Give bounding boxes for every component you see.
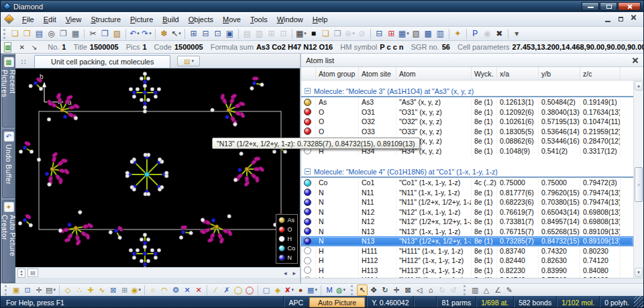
layout-a-button[interactable]: ⊞ [266, 28, 277, 40]
paste-button[interactable]: ▨ [111, 28, 123, 40]
atom-row[interactable]: NN12"N12" (1/2+x, 1/2+y, 1-z)8e (1)0.733… [301, 217, 633, 227]
new-picture-button[interactable]: ❏ [320, 28, 331, 40]
menu-build[interactable]: Build [158, 13, 183, 25]
menu-structure[interactable]: Structure [86, 13, 125, 25]
column-header-x-a[interactable]: x/a [497, 67, 539, 80]
ellipsoid-red-button[interactable]: ◯ [244, 285, 255, 296]
coordination-button[interactable]: ❂ [170, 285, 181, 296]
new-document-button[interactable]: ❏ [9, 28, 21, 40]
close-structure-icon[interactable]: ✕ [15, 44, 28, 51]
picture-copy-button[interactable]: ▥ [254, 28, 265, 40]
measure-distance-button[interactable]: ▥ [470, 285, 480, 296]
propagate-button[interactable]: ⊕▾ [344, 28, 356, 40]
fill-cell-button[interactable]: ◈ [272, 285, 283, 296]
break-bond-button[interactable]: ✗ [221, 285, 232, 296]
print-preview-button[interactable]: ❐ [58, 28, 69, 40]
scroll-down-icon[interactable]: ▼ [635, 268, 643, 277]
globe-view-button[interactable]: ◍▾ [335, 285, 346, 296]
wizard-button[interactable]: ✦ [452, 28, 464, 40]
scrollbar-thumb[interactable]: ≡ [635, 167, 643, 202]
data-grid-button[interactable]: ▥ [435, 28, 446, 40]
menu-edit[interactable]: Edit [39, 13, 61, 25]
menu-move[interactable]: Move [218, 13, 246, 25]
menu-tools[interactable]: Tools [246, 13, 272, 25]
mdi-restore-button[interactable] [615, 15, 627, 24]
mdi-minimize-button[interactable] [602, 15, 614, 24]
molecule-group-header[interactable]: Molecule: "Molecule 4" (Co1H18N6) at "Co… [301, 166, 633, 178]
mdi-close-button[interactable] [628, 15, 639, 24]
scroll-up-icon[interactable]: ▲ [635, 81, 643, 91]
hexagon-ring-button[interactable]: ○ [148, 285, 158, 296]
window-cascade-button[interactable]: ⊞ [188, 28, 199, 40]
measure-angle-button[interactable]: ∠ [492, 285, 503, 296]
pointer-mode-button[interactable]: ↖ [357, 285, 368, 296]
collapse-icon[interactable] [305, 88, 311, 94]
window-new-button[interactable]: ▣ [224, 28, 235, 40]
diagram-distances-button[interactable]: ▧ [411, 28, 422, 40]
atom-row[interactable]: NN12"N12" (1-x, 1-y, 1-z)8e (1)0.76619(7… [301, 207, 633, 217]
spin-auto-button[interactable]: ↺ [448, 285, 459, 296]
cut-button[interactable]: ✂ [87, 28, 99, 40]
window-tile-button[interactable]: ⊟ [200, 28, 211, 40]
picture-gallery-button[interactable]: ❒ [332, 28, 343, 40]
zoom-window-button[interactable]: ⊠ [402, 285, 413, 296]
menu-objects[interactable]: Objects [184, 13, 218, 25]
unit-cell-box-button[interactable]: ▢ [261, 285, 272, 296]
column-header-z-c[interactable]: z/c [580, 67, 621, 80]
resize-grip[interactable] [634, 296, 643, 308]
picture-tab[interactable]: Unit cell packing, cut molecules [34, 55, 170, 68]
atom-row[interactable]: CoCo1"Co1" (1-x, 1-y, 1-z)4c (..2)0.7500… [301, 178, 633, 188]
atom-row[interactable]: NN13"N13" (1-x, 1-y, 1-z)8e (1)0.76715(7… [301, 227, 633, 237]
measure-mode-button[interactable]: M [324, 285, 335, 296]
column-header-atom[interactable]: Atom [396, 67, 472, 80]
frame-spinner[interactable]: ▲▼ [17, 268, 25, 278]
atom-row[interactable]: AsAs3"As3" (x, y, z)8e (1)0.12613(1)0.50… [301, 97, 633, 107]
atom-list-close-icon[interactable] [632, 57, 639, 64]
atom-row[interactable]: OO33"O33" (x, y, z)8e (1)0.18305(5)0.536… [301, 127, 633, 137]
layout-b-button[interactable]: ⊡ [278, 28, 289, 40]
close-button[interactable] [618, 2, 641, 11]
remove-atoms-red-button[interactable]: ✕ [193, 285, 204, 296]
pan-button[interactable]: ✽ [158, 28, 170, 40]
keyboard-icon[interactable]: ▤ [28, 268, 38, 277]
data-table-button[interactable]: ▦▾ [398, 28, 410, 40]
column-header-wyck-[interactable]: Wyck. [472, 67, 497, 80]
column-header-y-b[interactable]: y/b [539, 67, 580, 80]
collapse-icon[interactable] [305, 168, 311, 174]
menu-window[interactable]: Window [272, 13, 308, 25]
table-mode-button[interactable]: ▦▾ [295, 28, 307, 40]
build-group-button[interactable]: ⊞ [119, 285, 130, 296]
rotate-mode-button[interactable]: ↻ [380, 285, 390, 296]
minimize-button[interactable] [582, 2, 599, 11]
connect-atom-button[interactable]: ∿ [97, 285, 107, 296]
ellipsoid-yellow-button[interactable]: ◯ [233, 285, 244, 296]
column-header-atom-site[interactable]: Atom site [359, 67, 396, 80]
goto-structure-icon[interactable]: ↘ [28, 44, 40, 51]
atom-row[interactable]: NN11"N11" (1-x, 1-y, 1-z)8e (1)0.81777(6… [301, 188, 633, 198]
sidebar-tab-auto-picture-creator[interactable]: ✦Auto Picture Creator [2, 200, 15, 283]
sidebar-tab-recent-pictures[interactable]: ▦Recent Pictures [2, 55, 15, 127]
render-picture-button[interactable]: ■ [308, 28, 319, 40]
menu-help[interactable]: Help [308, 13, 333, 25]
atom-row[interactable]: HH114"H114" (1-x, 1-y, 1-z)8e (1)0.84740… [301, 275, 633, 278]
molecule-group-header[interactable]: Molecule: "Molecule 3" (As1H1O4) at "As3… [301, 86, 633, 97]
status-auto-picture[interactable]: Auto Picture [309, 297, 365, 307]
copy-button[interactable]: ❐ [99, 28, 111, 40]
atom-row-selected[interactable]: NN13"N13" (1/2+x, 1/2+y, 1-z)8e (1)0.732… [301, 236, 633, 246]
photo-mode-button[interactable]: ▤▾ [45, 285, 56, 296]
video-scene-button[interactable]: ⊡ [22, 285, 33, 296]
scroll-left-icon[interactable]: ◂ [282, 270, 289, 276]
app-menu-icon[interactable] [4, 14, 15, 25]
iron-atom-button[interactable]: ● [295, 285, 306, 296]
picture-frame-button[interactable]: ▣ [11, 285, 21, 296]
scene-tools-button[interactable]: ✛ [34, 285, 44, 296]
insert-atom-button[interactable]: ✚ [85, 285, 96, 296]
camera-button[interactable]: ◉ [482, 28, 493, 40]
polyhedron-button[interactable]: ◇ [62, 285, 73, 296]
remove-atoms-blue-button[interactable]: ✕ [182, 285, 193, 296]
atom-row[interactable]: OO32"O32" (x, y, z)8e (1)0.10261(6)0.571… [301, 117, 633, 127]
structure-canvas[interactable]: ba AsOHCoN [15, 68, 300, 267]
atom-row[interactable]: HH113"H113" (1-x, 1-y, 1-z)8e (1)0.82230… [301, 266, 633, 276]
atom-row[interactable]: HH112"H112" (1-x, 1-y, 1-z)8e (1)0.82440… [301, 256, 633, 266]
window-restore-button[interactable]: ⊡ [212, 28, 223, 40]
